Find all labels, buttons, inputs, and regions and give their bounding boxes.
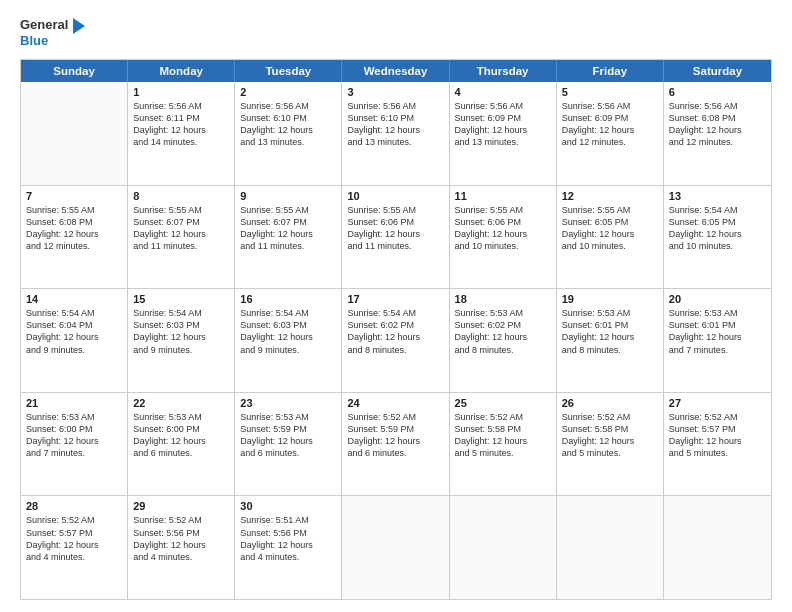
calendar-cell-1: 1Sunrise: 5:56 AMSunset: 6:11 PMDaylight…: [128, 82, 235, 185]
calendar-cell-23: 23Sunrise: 5:53 AMSunset: 5:59 PMDayligh…: [235, 393, 342, 496]
weekday-header-tuesday: Tuesday: [235, 60, 342, 82]
cell-info-line: Sunrise: 5:55 AM: [455, 204, 551, 216]
cell-info-line: Daylight: 12 hours: [455, 435, 551, 447]
cell-info-line: and 11 minutes.: [133, 240, 229, 252]
cell-info-line: and 12 minutes.: [26, 240, 122, 252]
calendar-cell-9: 9Sunrise: 5:55 AMSunset: 6:07 PMDaylight…: [235, 186, 342, 289]
cell-info-line: and 6 minutes.: [240, 447, 336, 459]
day-number: 7: [26, 190, 122, 202]
calendar: SundayMondayTuesdayWednesdayThursdayFrid…: [20, 59, 772, 600]
cell-info-line: Sunrise: 5:55 AM: [347, 204, 443, 216]
calendar-cell-24: 24Sunrise: 5:52 AMSunset: 5:59 PMDayligh…: [342, 393, 449, 496]
cell-info-line: Sunset: 6:06 PM: [347, 216, 443, 228]
calendar-cell-19: 19Sunrise: 5:53 AMSunset: 6:01 PMDayligh…: [557, 289, 664, 392]
cell-info-line: Daylight: 12 hours: [455, 124, 551, 136]
calendar-cell-27: 27Sunrise: 5:52 AMSunset: 5:57 PMDayligh…: [664, 393, 771, 496]
cell-info-line: Sunset: 5:58 PM: [562, 423, 658, 435]
cell-info-line: Daylight: 12 hours: [347, 124, 443, 136]
cell-info-line: Daylight: 12 hours: [669, 228, 766, 240]
cell-info-line: Daylight: 12 hours: [240, 331, 336, 343]
cell-info-line: Sunset: 6:08 PM: [669, 112, 766, 124]
cell-info-line: Sunset: 6:09 PM: [455, 112, 551, 124]
cell-info-line: Daylight: 12 hours: [347, 435, 443, 447]
day-number: 24: [347, 397, 443, 409]
day-number: 13: [669, 190, 766, 202]
calendar-cell-2: 2Sunrise: 5:56 AMSunset: 6:10 PMDaylight…: [235, 82, 342, 185]
cell-info-line: and 13 minutes.: [347, 136, 443, 148]
cell-info-line: Sunrise: 5:51 AM: [240, 514, 336, 526]
cell-info-line: Sunrise: 5:53 AM: [455, 307, 551, 319]
cell-info-line: Sunset: 6:08 PM: [26, 216, 122, 228]
day-number: 22: [133, 397, 229, 409]
cell-info-line: Sunset: 6:01 PM: [669, 319, 766, 331]
cell-info-line: Daylight: 12 hours: [133, 539, 229, 551]
calendar-cell-empty-4-4: [450, 496, 557, 599]
day-number: 11: [455, 190, 551, 202]
cell-info-line: and 9 minutes.: [26, 344, 122, 356]
cell-info-line: and 4 minutes.: [240, 551, 336, 563]
cell-info-line: Sunrise: 5:52 AM: [26, 514, 122, 526]
cell-info-line: and 8 minutes.: [562, 344, 658, 356]
cell-info-line: Sunrise: 5:52 AM: [347, 411, 443, 423]
cell-info-line: Sunset: 6:06 PM: [455, 216, 551, 228]
cell-info-line: and 7 minutes.: [669, 344, 766, 356]
cell-info-line: Daylight: 12 hours: [240, 124, 336, 136]
day-number: 25: [455, 397, 551, 409]
calendar-cell-28: 28Sunrise: 5:52 AMSunset: 5:57 PMDayligh…: [21, 496, 128, 599]
cell-info-line: Daylight: 12 hours: [133, 331, 229, 343]
weekday-header-wednesday: Wednesday: [342, 60, 449, 82]
day-number: 30: [240, 500, 336, 512]
header: General Blue: [20, 18, 772, 49]
day-number: 26: [562, 397, 658, 409]
svg-marker-0: [73, 18, 85, 34]
calendar-row-3: 21Sunrise: 5:53 AMSunset: 6:00 PMDayligh…: [21, 393, 771, 497]
cell-info-line: Sunset: 5:57 PM: [669, 423, 766, 435]
weekday-header-monday: Monday: [128, 60, 235, 82]
calendar-cell-20: 20Sunrise: 5:53 AMSunset: 6:01 PMDayligh…: [664, 289, 771, 392]
cell-info-line: Daylight: 12 hours: [347, 331, 443, 343]
cell-info-line: and 11 minutes.: [240, 240, 336, 252]
cell-info-line: Daylight: 12 hours: [133, 124, 229, 136]
calendar-header: SundayMondayTuesdayWednesdayThursdayFrid…: [21, 60, 771, 82]
logo-text: General Blue: [20, 18, 85, 49]
calendar-cell-empty-4-3: [342, 496, 449, 599]
calendar-cell-7: 7Sunrise: 5:55 AMSunset: 6:08 PMDaylight…: [21, 186, 128, 289]
cell-info-line: and 8 minutes.: [455, 344, 551, 356]
cell-info-line: Sunset: 5:59 PM: [347, 423, 443, 435]
cell-info-line: Daylight: 12 hours: [133, 435, 229, 447]
cell-info-line: Sunrise: 5:55 AM: [26, 204, 122, 216]
calendar-cell-25: 25Sunrise: 5:52 AMSunset: 5:58 PMDayligh…: [450, 393, 557, 496]
cell-info-line: Sunset: 5:58 PM: [455, 423, 551, 435]
calendar-row-4: 28Sunrise: 5:52 AMSunset: 5:57 PMDayligh…: [21, 496, 771, 599]
day-number: 2: [240, 86, 336, 98]
day-number: 12: [562, 190, 658, 202]
cell-info-line: Sunset: 6:07 PM: [240, 216, 336, 228]
cell-info-line: Sunset: 6:01 PM: [562, 319, 658, 331]
calendar-cell-8: 8Sunrise: 5:55 AMSunset: 6:07 PMDaylight…: [128, 186, 235, 289]
cell-info-line: Sunrise: 5:54 AM: [133, 307, 229, 319]
cell-info-line: Sunset: 6:10 PM: [240, 112, 336, 124]
cell-info-line: Sunrise: 5:54 AM: [669, 204, 766, 216]
cell-info-line: Sunrise: 5:56 AM: [133, 100, 229, 112]
cell-info-line: Sunset: 6:05 PM: [669, 216, 766, 228]
cell-info-line: Daylight: 12 hours: [240, 228, 336, 240]
logo: General Blue: [20, 18, 85, 49]
calendar-cell-21: 21Sunrise: 5:53 AMSunset: 6:00 PMDayligh…: [21, 393, 128, 496]
cell-info-line: and 5 minutes.: [562, 447, 658, 459]
cell-info-line: Sunrise: 5:52 AM: [562, 411, 658, 423]
cell-info-line: and 6 minutes.: [133, 447, 229, 459]
calendar-cell-30: 30Sunrise: 5:51 AMSunset: 5:56 PMDayligh…: [235, 496, 342, 599]
cell-info-line: Sunrise: 5:54 AM: [347, 307, 443, 319]
cell-info-line: Sunset: 6:11 PM: [133, 112, 229, 124]
page: General Blue SundayMondayTuesdayWednesda…: [0, 0, 792, 612]
cell-info-line: Sunrise: 5:53 AM: [26, 411, 122, 423]
cell-info-line: Sunset: 6:02 PM: [455, 319, 551, 331]
cell-info-line: Sunset: 6:02 PM: [347, 319, 443, 331]
day-number: 18: [455, 293, 551, 305]
cell-info-line: Sunrise: 5:56 AM: [455, 100, 551, 112]
cell-info-line: Daylight: 12 hours: [562, 331, 658, 343]
calendar-cell-22: 22Sunrise: 5:53 AMSunset: 6:00 PMDayligh…: [128, 393, 235, 496]
cell-info-line: Sunrise: 5:56 AM: [562, 100, 658, 112]
cell-info-line: Sunrise: 5:53 AM: [133, 411, 229, 423]
calendar-cell-4: 4Sunrise: 5:56 AMSunset: 6:09 PMDaylight…: [450, 82, 557, 185]
